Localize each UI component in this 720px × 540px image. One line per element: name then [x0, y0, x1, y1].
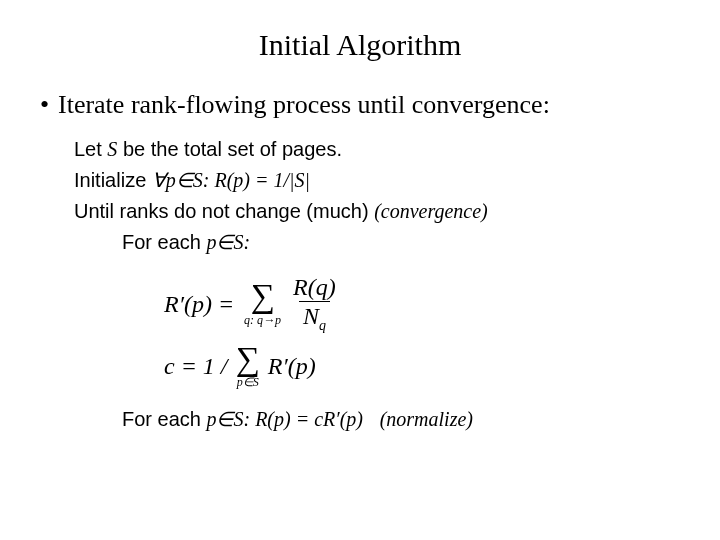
foreach1-prefix: For each: [122, 231, 206, 253]
sigma1-sub: q: q→p: [244, 314, 281, 326]
frac-den-base: N: [303, 303, 319, 329]
normalize-note: (normalize): [380, 408, 473, 430]
f2-lhs: c = 1 /: [164, 350, 228, 382]
sigma-1: ∑ q: q→p: [244, 281, 281, 326]
f2-rhs: R′(p): [268, 350, 316, 382]
f1-lhs: R′(p) =: [164, 288, 234, 320]
init-prefix: Initialize: [74, 169, 152, 191]
line-let: Let S be the total set of pages.: [74, 136, 680, 163]
bullet-line: •Iterate rank-flowing process until conv…: [40, 90, 680, 120]
formula-c: c = 1 / ∑ p∈S R′(p): [164, 344, 680, 389]
algorithm-body: Let S be the total set of pages. Initial…: [74, 136, 680, 433]
frac-den-sub: q: [319, 318, 326, 333]
formula-block: R′(p) = ∑ q: q→p R(q) Nq c = 1 / ∑ p∈S: [164, 274, 680, 388]
formula-rprime: R′(p) = ∑ q: q→p R(q) Nq: [164, 274, 680, 334]
let-suffix: be the total set of pages.: [117, 138, 342, 160]
slide-title: Initial Algorithm: [40, 28, 680, 62]
sigma-2: ∑ p∈S: [236, 344, 260, 389]
until-text: Until ranks do not change (much): [74, 200, 374, 222]
foreach1-cond: p∈S:: [206, 231, 250, 253]
bullet-text: Iterate rank-flowing process until conve…: [58, 90, 550, 119]
line-until: Until ranks do not change (much) (conver…: [74, 198, 680, 225]
frac-num: R(q): [289, 274, 340, 301]
line-foreach-2: For each p∈S: R(p) = cR′(p) (normalize): [122, 406, 680, 433]
foreach2-prefix: For each: [122, 408, 206, 430]
init-quant: ∀p∈S: R(p) = 1/|S|: [152, 169, 310, 191]
bullet-dot-icon: •: [40, 90, 58, 120]
sigma2-sub: p∈S: [237, 376, 259, 388]
frac-den: Nq: [299, 301, 330, 333]
slide: Initial Algorithm •Iterate rank-flowing …: [0, 0, 720, 540]
convergence-note: (convergence): [374, 200, 488, 222]
fraction-rq-nq: R(q) Nq: [289, 274, 340, 334]
sigma-icon-2: ∑: [236, 344, 260, 375]
line-foreach-1: For each p∈S:: [122, 229, 680, 256]
foreach2-cond: p∈S: R(p) = cR′(p): [206, 408, 362, 430]
line-initialize: Initialize ∀p∈S: R(p) = 1/|S|: [74, 167, 680, 194]
sigma-icon: ∑: [250, 281, 274, 312]
let-prefix: Let: [74, 138, 107, 160]
let-var: S: [107, 138, 117, 160]
